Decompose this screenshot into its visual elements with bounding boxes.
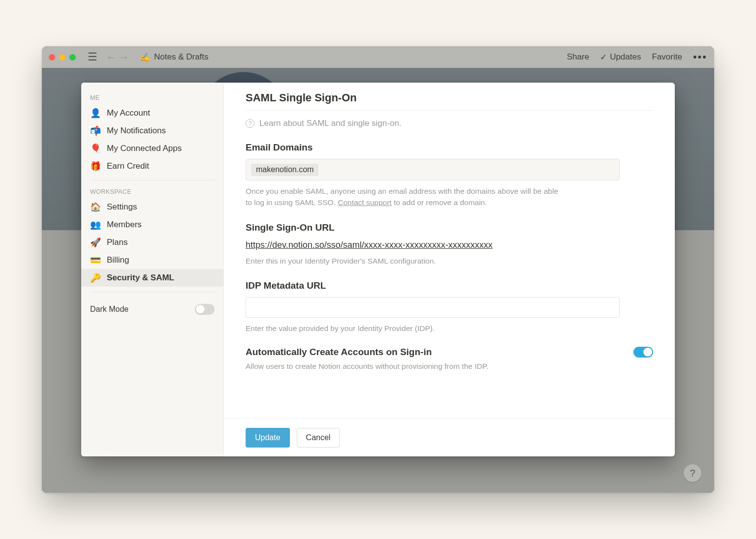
window-close-button[interactable]: [49, 54, 55, 60]
window-zoom-button[interactable]: [69, 54, 76, 60]
sidebar-item-settings[interactable]: 🏠 Settings: [81, 198, 223, 216]
mailbox-icon: 📬: [90, 125, 101, 136]
balloon-icon: 🎈: [90, 143, 101, 154]
help-button[interactable]: ?: [684, 464, 701, 482]
favorite-button[interactable]: Favorite: [652, 52, 682, 62]
auto-create-row: Automatically Create Accounts on Sign-in…: [246, 347, 653, 372]
settings-sidebar: ME 👤 My Account 📬 My Notifications 🎈 My …: [81, 83, 224, 456]
sso-url-value[interactable]: https://dev.notion.so/sso/saml/xxxx-xxxx…: [246, 240, 493, 250]
sidebar-item-plans[interactable]: 🚀 Plans: [81, 234, 223, 251]
people-icon: 👥: [90, 219, 101, 230]
update-button[interactable]: Update: [246, 428, 290, 448]
app-window: ☰ ← → ✍️ Notes & Drafts Share ✓ Updates …: [42, 46, 714, 493]
nav-back-button[interactable]: ←: [105, 52, 117, 63]
auto-create-toggle[interactable]: [633, 347, 653, 358]
sidebar-item-label: My Account: [107, 108, 150, 118]
window-minimize-button[interactable]: [59, 54, 65, 60]
sidebar-item-label: My Notifications: [107, 126, 166, 136]
doc-emoji-icon: ✍️: [140, 52, 150, 62]
dark-mode-toggle[interactable]: [195, 304, 215, 315]
share-button[interactable]: Share: [567, 52, 589, 62]
sidebar-item-label: Security & SAML: [107, 273, 174, 283]
titlebar: ☰ ← → ✍️ Notes & Drafts Share ✓ Updates …: [42, 46, 714, 68]
sidebar-item-my-notifications[interactable]: 📬 My Notifications: [81, 122, 223, 140]
sidebar-item-my-account[interactable]: 👤 My Account: [81, 104, 223, 122]
email-domains-help: Once you enable SAML, anyone using an em…: [246, 185, 561, 209]
panel-footer: Update Cancel: [224, 419, 675, 456]
dark-mode-label: Dark Mode: [90, 305, 128, 314]
doc-title: Notes & Drafts: [154, 52, 209, 62]
breadcrumb[interactable]: ✍️ Notes & Drafts: [140, 52, 209, 62]
settings-panel: SAML Single Sign-On ? Learn about SAML a…: [224, 83, 675, 456]
sidebar-section-workspace: WORKSPACE: [81, 185, 223, 198]
history-nav: ← →: [105, 52, 130, 63]
topbar-actions: Share ✓ Updates Favorite •••: [567, 51, 707, 63]
sso-url-help: Enter this in your Identity Provider's S…: [246, 255, 561, 267]
auto-create-title: Automatically Create Accounts on Sign-in: [246, 347, 488, 358]
question-mark-icon: ?: [246, 119, 254, 128]
idp-help: Enter the value provided by your Identit…: [246, 323, 561, 334]
traffic-lights: [49, 54, 76, 60]
domain-chip[interactable]: makenotion.com: [251, 164, 318, 176]
sidebar-divider: [90, 180, 215, 180]
updates-button[interactable]: ✓ Updates: [600, 52, 641, 62]
rocket-icon: 🚀: [90, 237, 101, 248]
dark-mode-row: Dark Mode: [81, 297, 223, 315]
sidebar-item-label: Settings: [107, 202, 137, 212]
idp-metadata-input[interactable]: [246, 297, 620, 318]
key-icon: 🔑: [90, 272, 101, 283]
credit-card-icon: 💳: [90, 255, 101, 266]
sidebar-item-earn-credit[interactable]: 🎁 Earn Credit: [81, 157, 223, 175]
sidebar-item-label: Plans: [107, 238, 128, 247]
sidebar-item-label: Earn Credit: [107, 161, 149, 171]
contact-support-link[interactable]: Contact support: [338, 198, 391, 207]
sso-url-title: Single Sign-On URL: [246, 222, 653, 233]
toggle-knob: [196, 305, 205, 314]
sidebar-item-billing[interactable]: 💳 Billing: [81, 251, 223, 269]
nav-forward-button[interactable]: →: [118, 52, 130, 63]
sidebar-section-me: ME: [81, 91, 223, 104]
email-domains-input[interactable]: makenotion.com: [246, 159, 620, 180]
sidebar-item-label: My Connected Apps: [107, 144, 182, 153]
toggle-knob: [643, 348, 652, 357]
learn-more-text: Learn about SAML and single sign-on.: [259, 119, 402, 128]
settings-content: SAML Single Sign-On ? Learn about SAML a…: [224, 83, 675, 419]
sidebar-item-connected-apps[interactable]: 🎈 My Connected Apps: [81, 140, 223, 157]
idp-title: IDP Metadata URL: [246, 280, 653, 291]
person-icon: 👤: [90, 108, 101, 119]
sidebar-item-label: Members: [107, 220, 142, 230]
sidebar-divider: [90, 292, 215, 292]
gift-icon: 🎁: [90, 161, 101, 172]
cancel-button[interactable]: Cancel: [297, 428, 340, 448]
checkmark-icon: ✓: [600, 52, 607, 62]
help-post: to add or remove a domain.: [392, 198, 487, 207]
house-icon: 🏠: [90, 202, 101, 212]
sidebar-item-members[interactable]: 👥 Members: [81, 216, 223, 234]
sidebar-item-label: Billing: [107, 255, 129, 265]
sidebar-toggle-icon[interactable]: ☰: [85, 51, 100, 63]
settings-modal: ME 👤 My Account 📬 My Notifications 🎈 My …: [81, 83, 675, 456]
page-title: SAML Single Sign-On: [246, 91, 653, 111]
auto-create-help: Allow users to create Notion accounts wi…: [246, 360, 488, 372]
email-domains-title: Email Domains: [246, 142, 653, 153]
learn-more-row[interactable]: ? Learn about SAML and single sign-on.: [246, 111, 653, 139]
more-menu-button[interactable]: •••: [693, 51, 707, 63]
updates-label: Updates: [610, 52, 641, 62]
sidebar-item-security-saml[interactable]: 🔑 Security & SAML: [81, 269, 223, 287]
